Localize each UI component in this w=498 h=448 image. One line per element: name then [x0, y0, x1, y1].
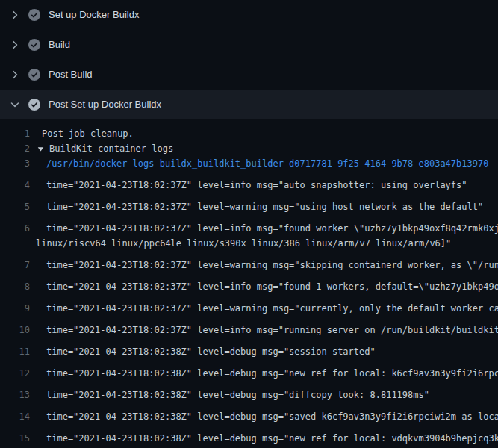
log-row: 15 time="2021-04-23T18:02:38Z" level=deb… [0, 424, 498, 446]
step-title: Post Build [49, 69, 93, 81]
check-circle-icon [28, 9, 40, 21]
log-text: time="2021-04-23T18:02:37Z" level=info m… [46, 221, 498, 236]
log-row: 9 time="2021-04-23T18:02:37Z" level=warn… [0, 294, 498, 316]
job-log-panel: Set up Docker Buildx Build Post Build [0, 0, 498, 448]
check-circle-icon [28, 69, 40, 81]
log-text: linux/riscv64 linux/ppc64le linux/s390x … [36, 236, 451, 251]
log-text: time="2021-04-23T18:02:38Z" level=debug … [46, 344, 376, 359]
line-number[interactable]: 11 [0, 344, 30, 359]
chevron-down-icon [9, 99, 21, 111]
line-number[interactable]: 13 [0, 388, 30, 402]
line-number[interactable] [0, 236, 30, 251]
line-number[interactable]: 2 [0, 141, 30, 156]
step-header[interactable]: Post Set up Docker Buildx [0, 90, 498, 119]
line-number[interactable]: 14 [0, 409, 30, 424]
line-number[interactable]: 12 [0, 366, 30, 381]
check-circle-icon [28, 99, 40, 111]
log-row: 1 Post job cleanup. [0, 126, 498, 141]
line-number[interactable]: 6 [0, 221, 30, 236]
log-row: 10 time="2021-04-23T18:02:37Z" level=inf… [0, 316, 498, 337]
log-row: 2 BuildKit container logs [0, 141, 498, 156]
log-text: Post job cleanup. [42, 126, 134, 141]
step-header[interactable]: Build [0, 30, 498, 60]
chevron-right-icon [9, 9, 21, 21]
log-text: time="2021-04-23T18:02:37Z" level=info m… [46, 178, 467, 193]
step-title: Set up Docker Buildx [49, 9, 139, 21]
log-row: 3 /usr/bin/docker logs buildx_buildkit_b… [0, 156, 498, 171]
log-row: 11 time="2021-04-23T18:02:38Z" level=deb… [0, 337, 498, 359]
log-text: /usr/bin/docker logs buildx_buildkit_bui… [46, 156, 488, 171]
chevron-right-icon [9, 39, 21, 51]
steps-list: Set up Docker Buildx Build Post Build [0, 0, 498, 119]
log-text: time="2021-04-23T18:02:38Z" level=debug … [46, 431, 498, 446]
step-header[interactable]: Post Build [0, 60, 498, 90]
step-title: Post Set up Docker Buildx [49, 99, 161, 111]
step-title: Build [49, 39, 70, 51]
log-text: time="2021-04-23T18:02:37Z" level=warnin… [46, 199, 483, 214]
log-text: time="2021-04-23T18:02:38Z" level=debug … [46, 388, 429, 402]
group-collapse-icon[interactable] [37, 141, 44, 156]
step-header[interactable]: Set up Docker Buildx [0, 0, 498, 30]
log-row: 5 time="2021-04-23T18:02:37Z" level=warn… [0, 193, 498, 214]
line-number[interactable]: 3 [0, 156, 30, 171]
log-row: 4 time="2021-04-23T18:02:37Z" level=info… [0, 171, 498, 193]
line-number[interactable]: 9 [0, 301, 30, 316]
check-circle-icon [28, 39, 40, 51]
log-row: 7 time="2021-04-23T18:02:37Z" level=warn… [0, 251, 498, 273]
line-number[interactable]: 15 [0, 431, 30, 446]
chevron-right-icon [9, 69, 21, 81]
log-text: time="2021-04-23T18:02:37Z" level=warnin… [46, 258, 498, 273]
line-number[interactable]: 1 [0, 126, 30, 141]
log-text: time="2021-04-23T18:02:37Z" level=info m… [46, 279, 498, 294]
log-row: 12 time="2021-04-23T18:02:38Z" level=deb… [0, 359, 498, 381]
log-text: time="2021-04-23T18:02:37Z" level=warnin… [46, 301, 498, 316]
line-number[interactable]: 10 [0, 323, 30, 337]
line-number[interactable]: 7 [0, 258, 30, 273]
log-row: 14 time="2021-04-23T18:02:38Z" level=deb… [0, 402, 498, 424]
log-text: time="2021-04-23T18:02:38Z" level=debug … [46, 366, 498, 381]
log-row: 8 time="2021-04-23T18:02:37Z" level=info… [0, 273, 498, 294]
log-rows: 1 Post job cleanup. 2 BuildKit container… [0, 126, 498, 448]
log-row: linux/riscv64 linux/ppc64le linux/s390x … [0, 236, 498, 251]
line-number[interactable]: 5 [0, 199, 30, 214]
log-viewer: 1 Post job cleanup. 2 BuildKit container… [0, 119, 498, 448]
line-number[interactable]: 4 [0, 178, 30, 193]
log-row: 6 time="2021-04-23T18:02:37Z" level=info… [0, 214, 498, 236]
line-number[interactable]: 8 [0, 279, 30, 294]
log-text: time="2021-04-23T18:02:37Z" level=info m… [46, 323, 498, 337]
log-text[interactable]: BuildKit container logs [49, 141, 173, 156]
log-text: time="2021-04-23T18:02:38Z" level=debug … [46, 409, 498, 424]
log-row: 13 time="2021-04-23T18:02:38Z" level=deb… [0, 381, 498, 402]
